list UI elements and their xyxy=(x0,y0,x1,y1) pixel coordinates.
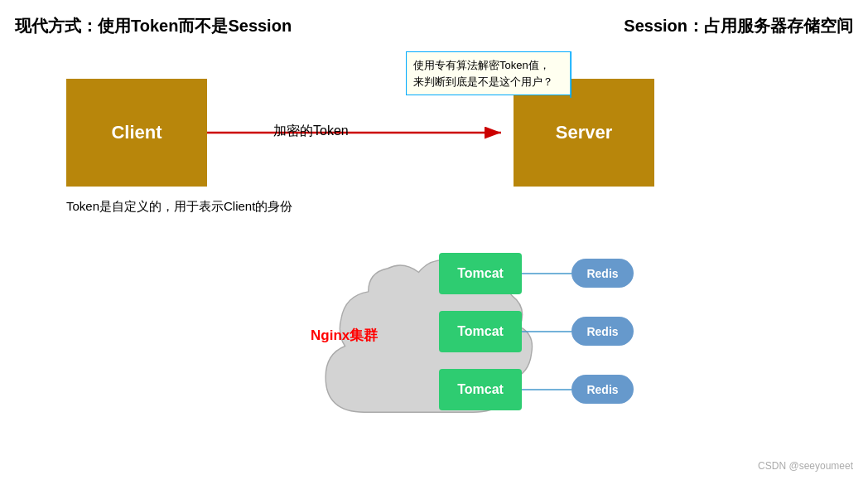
watermark: CSDN @seeyoumeet xyxy=(758,460,853,472)
token-arrow-label: 加密的Token xyxy=(273,123,349,140)
redis-box-2: Redis xyxy=(571,317,634,346)
redis-box-1: Redis xyxy=(571,259,634,288)
title-modern-approach: 现代方式：使用Token而不是Session xyxy=(15,15,292,37)
caption-token-identity: Token是自定义的，用于表示Client的身份 xyxy=(66,199,292,215)
nginx-label: Nginx集群 xyxy=(311,326,378,345)
redis-box-3: Redis xyxy=(571,375,634,404)
tomcat-box-3: Tomcat xyxy=(439,369,522,410)
tooltip-text: 使用专有算法解密Token值，来判断到底是不是这个用户？ xyxy=(413,59,553,88)
tooltip-pointer-line xyxy=(570,51,572,98)
client-box: Client xyxy=(66,79,207,187)
tomcat-box-2: Tomcat xyxy=(439,311,522,352)
tooltip-box: 使用专有算法解密Token值，来判断到底是不是这个用户？ xyxy=(406,51,571,95)
tomcat-box-1: Tomcat xyxy=(439,253,522,294)
title-session-issue: Session：占用服务器存储空间 xyxy=(624,15,853,37)
